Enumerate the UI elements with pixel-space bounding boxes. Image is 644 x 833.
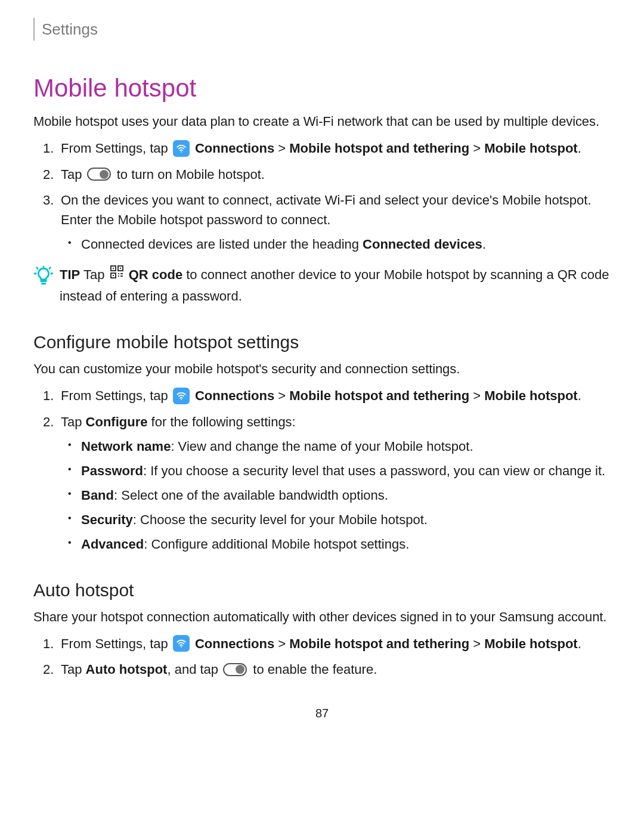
text: . <box>578 388 581 403</box>
svg-rect-15 <box>120 275 123 277</box>
text: : If you choose a security level that us… <box>143 463 605 478</box>
svg-rect-14 <box>118 275 119 277</box>
text: From Settings, tap <box>61 636 172 651</box>
tip-block: TIP Tap QR code to connect another devic… <box>33 265 611 306</box>
page-title: Mobile hotspot <box>33 69 611 107</box>
step-1: From Settings, tap Connections > Mobile … <box>61 634 611 654</box>
section-heading: Configure mobile hotspot settings <box>33 329 611 355</box>
opt-band: Band: Select one of the available bandwi… <box>81 485 611 505</box>
svg-point-17 <box>181 398 182 400</box>
bold: Network name <box>81 439 171 454</box>
text: , and tap <box>167 662 222 677</box>
bold: Auto hotspot <box>86 662 168 677</box>
breadcrumb: Settings <box>33 18 611 41</box>
text: for the following settings: <box>147 414 295 429</box>
opt-advanced: Advanced: Configure additional Mobile ho… <box>81 534 611 554</box>
bold: Mobile hotspot <box>484 636 577 651</box>
text: From Settings, tap <box>61 141 172 156</box>
bold: Connections <box>195 388 274 403</box>
opt-security: Security: Choose the security level for … <box>81 510 611 529</box>
steps-list-2: From Settings, tap Connections > Mobile … <box>33 386 611 554</box>
steps-list-3: From Settings, tap Connections > Mobile … <box>33 634 611 680</box>
section-intro: Share your hotspot connection automatica… <box>33 607 611 627</box>
step-1: From Settings, tap Connections > Mobile … <box>61 386 611 406</box>
text: : Choose the security level for your Mob… <box>133 512 428 527</box>
text: : Configure additional Mobile hotspot se… <box>144 537 409 552</box>
text: : View and change the name of your Mobil… <box>171 439 473 454</box>
svg-rect-11 <box>113 275 114 276</box>
step-2: Tap Configure for the following settings… <box>61 412 611 554</box>
bold: Mobile hotspot and tethering <box>289 636 469 651</box>
bold: Band <box>81 488 114 503</box>
text: > <box>469 636 484 651</box>
text: . <box>578 141 581 156</box>
text: Connected devices are listed under the h… <box>81 237 363 252</box>
text: : Select one of the available bandwidth … <box>114 488 388 503</box>
bold: Password <box>81 463 143 478</box>
text: Tap <box>61 414 86 429</box>
sub-list: Connected devices are listed under the h… <box>61 234 611 254</box>
bold: Mobile hotspot <box>484 388 577 403</box>
svg-rect-13 <box>120 273 122 274</box>
text: > <box>274 388 289 403</box>
svg-rect-16 <box>122 273 123 274</box>
toggle-icon <box>223 663 247 676</box>
text: > <box>469 141 484 156</box>
svg-line-5 <box>49 268 50 268</box>
section-intro: You can customize your mobile hotspot's … <box>33 359 611 379</box>
text: > <box>274 636 289 651</box>
page-number: 87 <box>33 704 611 722</box>
toggle-icon <box>87 168 111 181</box>
text: Tap <box>61 167 86 182</box>
svg-rect-9 <box>120 268 121 269</box>
config-options: Network name: View and change the name o… <box>61 436 611 554</box>
step-2: Tap to turn on Mobile hotspot. <box>61 165 611 184</box>
bold: Mobile hotspot and tethering <box>289 388 469 403</box>
svg-point-18 <box>181 646 182 648</box>
steps-list-1: From Settings, tap Connections > Mobile … <box>33 138 611 254</box>
bold: Connected devices <box>363 237 482 252</box>
tip-label: TIP <box>60 267 80 282</box>
svg-line-4 <box>37 268 38 268</box>
lightbulb-icon <box>33 266 54 292</box>
connections-icon <box>173 140 190 157</box>
text: > <box>469 388 484 403</box>
bold: Configure <box>86 414 148 429</box>
text: to enable the feature. <box>249 662 377 677</box>
opt-network-name: Network name: View and change the name o… <box>81 436 611 456</box>
tip-text: TIP Tap QR code to connect another devic… <box>60 265 611 306</box>
text: Tap <box>80 267 108 282</box>
bold: Connections <box>195 141 274 156</box>
text: . <box>578 636 581 651</box>
text: On the devices you want to connect, acti… <box>61 193 592 227</box>
intro-text: Mobile hotspot uses your data plan to cr… <box>33 112 611 131</box>
opt-password: Password: If you choose a security level… <box>81 461 611 481</box>
bold: Connections <box>195 636 274 651</box>
text: From Settings, tap <box>61 388 172 403</box>
svg-rect-7 <box>113 268 114 269</box>
step-2: Tap Auto hotspot, and tap to enable the … <box>61 659 611 679</box>
connections-icon <box>173 635 190 652</box>
svg-rect-12 <box>118 273 119 274</box>
text: Tap <box>61 662 86 677</box>
connections-icon <box>173 388 190 404</box>
section-heading: Auto hotspot <box>33 577 611 603</box>
bold: Advanced <box>81 537 144 552</box>
step-1: From Settings, tap Connections > Mobile … <box>61 138 611 159</box>
bold: Security <box>81 512 133 527</box>
qr-code-icon <box>110 265 124 284</box>
text: > <box>274 141 289 156</box>
text: to turn on Mobile hotspot. <box>113 167 265 182</box>
bold: Mobile hotspot and tethering <box>289 141 469 156</box>
step-3: On the devices you want to connect, acti… <box>61 190 611 254</box>
bold: Mobile hotspot <box>484 141 577 156</box>
bold: QR code <box>129 267 182 282</box>
breadcrumb-text: Settings <box>42 18 98 41</box>
sub-item: Connected devices are listed under the h… <box>81 234 611 254</box>
text: . <box>482 237 486 252</box>
svg-point-0 <box>181 151 182 153</box>
